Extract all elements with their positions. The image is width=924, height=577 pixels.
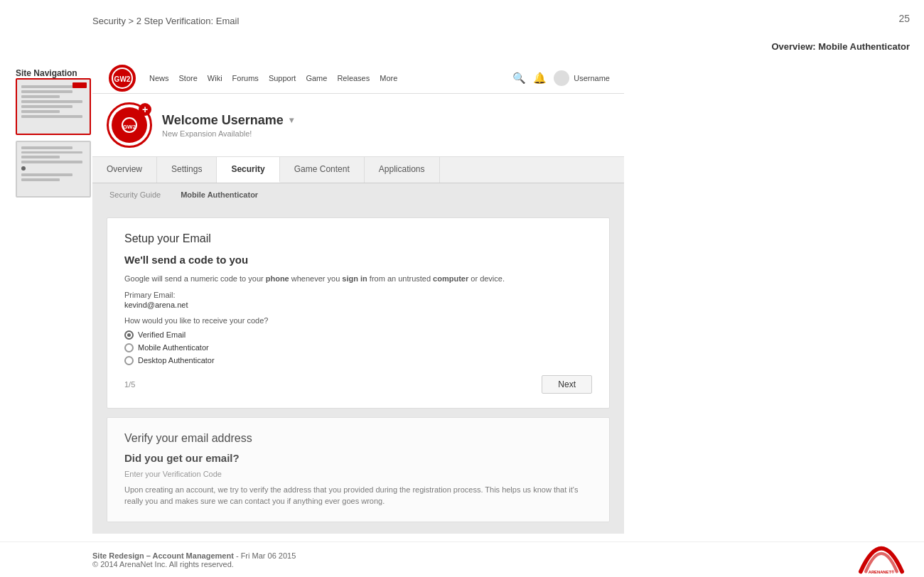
footer-text: Site Redesign – Account Management - Fri… bbox=[92, 551, 296, 568]
profile-banner: GW2 + Welcome Username ▾ New Expansion A… bbox=[92, 94, 624, 157]
primary-email-value: kevind@arena.net bbox=[124, 301, 592, 309]
subtab-mobile-authenticator[interactable]: Mobile Authenticator bbox=[178, 189, 261, 200]
footer-copyright: © 2014 ArenaNet Inc. All rights reserved… bbox=[92, 560, 234, 568]
notification-icon[interactable]: 🔔 bbox=[533, 72, 547, 85]
nav-store[interactable]: Store bbox=[179, 74, 198, 82]
setup-title: Setup your Email bbox=[124, 232, 592, 245]
setup-card: Setup your Email We'll send a code to yo… bbox=[107, 217, 610, 409]
footer-date: - Fri Mar 06 2015 bbox=[236, 551, 296, 560]
thumbnail-1[interactable] bbox=[16, 78, 91, 135]
breadcrumb: Security > 2 Step Verification: Email bbox=[92, 16, 239, 26]
nav-releases[interactable]: Releases bbox=[337, 74, 370, 82]
nav-support[interactable]: Support bbox=[269, 74, 296, 82]
verify-description: Upon creating an account, we try to veri… bbox=[124, 484, 592, 507]
user-menu[interactable]: Username bbox=[554, 70, 610, 86]
nav-news[interactable]: News bbox=[149, 74, 169, 82]
verify-code-label: Enter your Verification Code bbox=[124, 470, 592, 478]
content-area: Setup your Email We'll send a code to yo… bbox=[92, 206, 624, 534]
tab-applications[interactable]: Applications bbox=[365, 157, 440, 183]
site-navigation-label: Site Navigation bbox=[16, 68, 77, 78]
profile-info: Welcome Username ▾ New Expansion Availab… bbox=[162, 113, 294, 138]
radio-verified-email[interactable]: Verified Email bbox=[124, 330, 592, 340]
primary-email-label: Primary Email: bbox=[124, 291, 592, 299]
subtab-security-guide[interactable]: Security Guide bbox=[107, 189, 163, 200]
page-number: 25 bbox=[898, 13, 910, 24]
radio-circle-mobile bbox=[124, 343, 134, 352]
tab-game-content[interactable]: Game Content bbox=[280, 157, 365, 183]
site-logo[interactable]: GW2 bbox=[107, 63, 138, 94]
tab-overview[interactable]: Overview bbox=[92, 157, 157, 183]
nav-icons: 🔍 🔔 Username bbox=[512, 70, 610, 86]
thumbnail-sidebar bbox=[16, 78, 94, 198]
radio-circle-verified bbox=[124, 330, 134, 340]
svg-text:ARENANET®: ARENANET® bbox=[869, 570, 895, 574]
overview-label: Overview: Mobile Authenticator bbox=[771, 41, 910, 52]
setup-description: Google will send a numeric code to your … bbox=[124, 273, 592, 285]
avatar bbox=[554, 70, 569, 86]
nav-more[interactable]: More bbox=[380, 74, 397, 82]
radio-label-verified: Verified Email bbox=[138, 330, 186, 339]
bottom-bar: Site Redesign – Account Management - Fri… bbox=[0, 541, 924, 577]
thumbnail-2[interactable] bbox=[16, 141, 91, 198]
radio-label-desktop: Desktop Authenticator bbox=[138, 356, 215, 365]
arenanet-logo: ARENANET® bbox=[853, 546, 910, 574]
verify-title: Verify your email address bbox=[124, 432, 592, 445]
receive-code-label: How would you like to receive your code? bbox=[124, 316, 592, 325]
verify-card: Verify your email address Did you get ou… bbox=[107, 417, 610, 522]
tab-security[interactable]: Security bbox=[217, 157, 279, 183]
verify-heading: Did you get our email? bbox=[124, 452, 592, 464]
radio-desktop-auth[interactable]: Desktop Authenticator bbox=[124, 356, 592, 365]
radio-circle-desktop bbox=[124, 356, 134, 365]
svg-text:GW2: GW2 bbox=[123, 124, 136, 130]
nav-game[interactable]: Game bbox=[306, 74, 327, 82]
nav-wiki[interactable]: Wiki bbox=[208, 74, 222, 82]
nav-forums[interactable]: Forums bbox=[232, 74, 259, 82]
profile-subtitle: New Expansion Available! bbox=[162, 129, 294, 138]
username-label: Username bbox=[574, 74, 610, 82]
plus-badge: + bbox=[139, 103, 151, 116]
svg-text:GW2: GW2 bbox=[114, 75, 131, 83]
radio-label-mobile: Mobile Authenticator bbox=[138, 343, 209, 352]
sub-tab-navigation: Security Guide Mobile Authenticator bbox=[92, 183, 624, 206]
radio-mobile-auth[interactable]: Mobile Authenticator bbox=[124, 343, 592, 352]
tab-navigation: Overview Settings Security Game Content … bbox=[92, 157, 624, 183]
radio-group: Verified Email Mobile Authenticator Desk… bbox=[124, 330, 592, 365]
chevron-down-icon[interactable]: ▾ bbox=[289, 115, 294, 125]
setup-heading: We'll send a code to you bbox=[124, 254, 592, 266]
nav-links: News Store Wiki Forums Support Game Rele… bbox=[149, 74, 512, 82]
next-button[interactable]: Next bbox=[542, 375, 592, 394]
profile-logo: GW2 + bbox=[107, 102, 152, 148]
main-content: GW2 News Store Wiki Forums Support Game … bbox=[92, 63, 624, 534]
tab-settings[interactable]: Settings bbox=[157, 157, 217, 183]
welcome-text: Welcome Username ▾ bbox=[162, 113, 294, 128]
top-nav: GW2 News Store Wiki Forums Support Game … bbox=[92, 63, 624, 94]
search-icon[interactable]: 🔍 bbox=[512, 72, 526, 85]
card-footer: 1/5 Next bbox=[124, 375, 592, 394]
footer-site-redesign: Site Redesign – Account Management bbox=[92, 551, 234, 560]
step-indicator: 1/5 bbox=[124, 380, 135, 389]
